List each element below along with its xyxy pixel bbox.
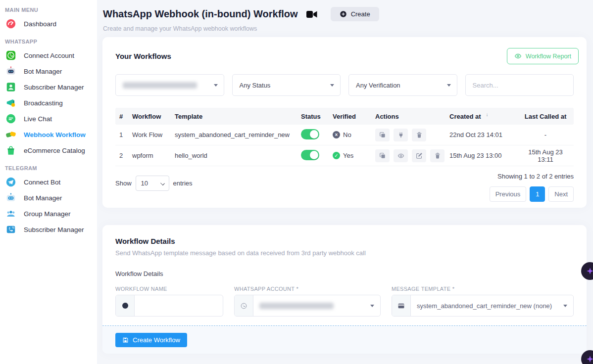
dashboard-gauge-icon [5, 18, 17, 30]
workflow-details-card: Workflow Details Send WhatsApp template … [102, 225, 587, 354]
message-template-select[interactable]: system_abandoned_cart_reminder_new (none… [392, 295, 574, 317]
table-row: 1 Work Flow system_abandoned_cart_remind… [115, 125, 574, 145]
sidebar-item-label: Group Manager [24, 210, 71, 218]
eye-icon [514, 52, 522, 60]
duplicate-button[interactable] [375, 129, 390, 141]
sidebar-item-label: Dashboard [24, 20, 56, 28]
message-template-label: MESSAGE TEMPLATE * [392, 286, 574, 292]
caret-down-icon [330, 84, 334, 87]
ecommerce-bag-icon [5, 144, 17, 156]
search-box [465, 74, 574, 96]
page-title: WhatsApp Webhook (in-bound) Workflow [103, 8, 298, 20]
sidebar-item-connect-bot[interactable]: Connect Bot [0, 174, 97, 190]
pagination: Previous 1 Next [490, 186, 574, 202]
sidebar-item-label: Bot Manager [24, 194, 62, 202]
search-input[interactable] [473, 82, 567, 89]
group-icon [5, 208, 17, 220]
sidebar: MAIN MENU Dashboard WHATSAPP Connect Acc… [0, 0, 97, 364]
entries-summary: Showing 1 to 2 of 2 entries [497, 173, 574, 180]
view-button[interactable] [394, 149, 408, 162]
webhook-workflow-icon [5, 129, 17, 140]
sidebar-item-label: Connect Account [24, 52, 74, 59]
bot-icon [5, 65, 17, 77]
sidebar-item-group-manager[interactable]: Group Manager [0, 206, 97, 222]
main-content: WhatsApp Webhook (in-bound) Workflow Cre… [97, 0, 593, 364]
sidebar-item-label: Connect Bot [24, 179, 60, 186]
whatsapp-account-label: WHATSAPP ACCOUNT * [234, 286, 381, 292]
workflow-name-input[interactable] [141, 302, 217, 310]
save-icon [122, 337, 129, 343]
bot-icon [5, 192, 17, 204]
sidebar-item-label: Live Chat [24, 115, 52, 123]
next-page-button[interactable]: Next [548, 186, 574, 202]
delete-button[interactable] [430, 149, 445, 162]
sidebar-item-label: eCommerce Catalog [24, 147, 85, 154]
create-workflow-button[interactable]: Create Workflow [115, 333, 187, 347]
sidebar-item-ecommerce-catalog[interactable]: eCommerce Catalog [0, 142, 97, 158]
details-card-footer: Create Workflow [102, 325, 587, 354]
sidebar-section-telegram: TELEGRAM [5, 165, 97, 171]
status-filter-select[interactable]: Any Status [232, 74, 341, 96]
table-header-row: # Workflow Template Status Verified Acti… [115, 108, 574, 125]
whatsapp-icon [5, 49, 17, 61]
create-button[interactable]: Create [331, 7, 379, 21]
workflow-name-label: WORKFLOW NAME [115, 286, 223, 292]
telegram-icon [5, 176, 17, 188]
caret-down-icon [563, 305, 567, 307]
created-at-sort-header[interactable]: Created at↓ [449, 113, 521, 120]
redacted-account-name [123, 82, 197, 89]
sidebar-item-live-chat[interactable]: Live Chat [0, 111, 97, 127]
caret-down-icon [214, 84, 218, 87]
webhook-plug-button[interactable] [394, 129, 408, 141]
template-card-icon [392, 295, 411, 316]
redacted-account-value [259, 303, 334, 309]
sidebar-item-connect-account[interactable]: Connect Account [0, 47, 97, 63]
subscriber-book-icon [5, 81, 17, 93]
your-workflows-card: Your Workflows Workflow Report Any Statu… [102, 37, 587, 208]
details-section-label: Workflow Details [115, 270, 574, 277]
sidebar-item-subscriber-manager-wa[interactable]: Subscriber Manager [0, 79, 97, 95]
sidebar-item-label: Broadcasting [24, 99, 63, 107]
sidebar-item-bot-manager-tg[interactable]: Bot Manager [0, 190, 97, 206]
table-row: 2 wpform hello_world ✓Yes [115, 145, 574, 166]
broadcast-icon [5, 97, 17, 109]
plus-circle-icon [340, 10, 347, 18]
sidebar-section-main-menu: MAIN MENU [5, 7, 97, 13]
check-circle-icon: ✓ [333, 152, 340, 159]
show-label: Show [115, 180, 132, 187]
status-toggle[interactable] [301, 150, 319, 160]
page-size-select[interactable]: 10 [136, 176, 169, 191]
sidebar-item-label: Subscriber Manager [24, 226, 84, 233]
entries-label: entries [173, 180, 193, 187]
sort-down-icon: ↓ [486, 112, 489, 117]
page-1-button[interactable]: 1 [530, 186, 545, 202]
sidebar-item-label: Subscriber Manager [24, 84, 84, 91]
sidebar-item-bot-manager-wa[interactable]: Bot Manager [0, 63, 97, 79]
sidebar-section-whatsapp: WHATSAPP [5, 39, 97, 45]
edit-button[interactable] [412, 149, 426, 162]
chevron-down-icon [160, 181, 165, 185]
sidebar-item-dashboard[interactable]: Dashboard [0, 16, 97, 32]
whatsapp-account-select[interactable] [234, 295, 381, 317]
account-filter-select[interactable] [115, 74, 224, 96]
workflows-card-title: Your Workflows [115, 52, 171, 60]
delete-button[interactable] [412, 129, 426, 141]
duplicate-button[interactable] [375, 149, 390, 162]
sidebar-item-broadcasting[interactable]: Broadcasting [0, 95, 97, 111]
sparkle-icon [586, 355, 593, 364]
sidebar-item-subscriber-manager-tg[interactable]: Subscriber Manager [0, 222, 97, 237]
workflows-table: # Workflow Template Status Verified Acti… [115, 108, 574, 166]
x-circle-icon: × [333, 131, 340, 138]
live-chat-icon [5, 113, 17, 125]
previous-page-button[interactable]: Previous [490, 186, 527, 202]
dot-icon [116, 295, 135, 316]
sidebar-item-webhook-workflow[interactable]: Webhook Workflow [0, 127, 97, 142]
verification-filter-select[interactable]: Any Verification [348, 74, 457, 96]
status-toggle[interactable] [301, 129, 319, 139]
whatsapp-outline-icon [235, 295, 253, 316]
caret-down-icon [370, 305, 374, 307]
caret-down-icon [447, 84, 451, 87]
video-camera-icon[interactable] [306, 9, 318, 19]
subscriber-book-icon [5, 224, 17, 235]
workflow-report-button[interactable]: Workflow Report [507, 48, 579, 64]
